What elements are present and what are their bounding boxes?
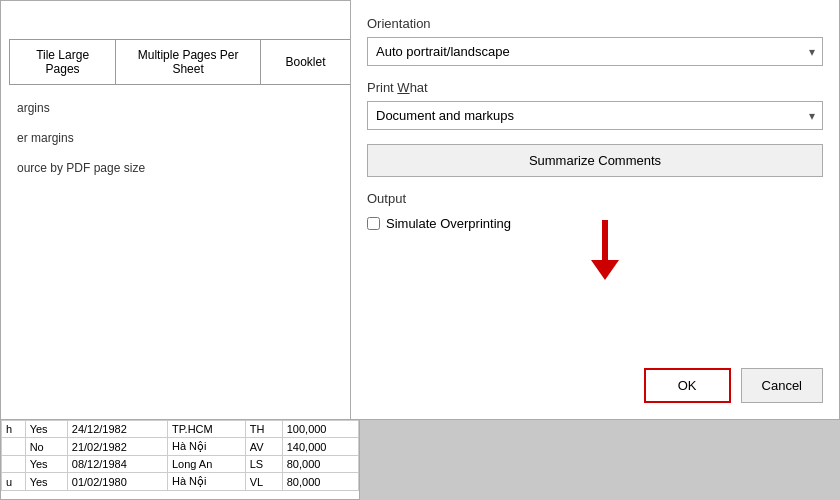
- table-cell: 08/12/1984: [67, 456, 167, 473]
- summarize-comments-button[interactable]: Summarize Comments: [367, 144, 823, 177]
- right-panel: Orientation Auto portrait/landscape ▾ Pr…: [350, 0, 840, 420]
- table-cell: TP.HCM: [167, 421, 245, 438]
- summarize-group: Summarize Comments: [367, 144, 823, 177]
- simulate-overprinting-checkbox[interactable]: [367, 217, 380, 230]
- table-cell: Hà Nội: [167, 438, 245, 456]
- table-cell: Yes: [25, 473, 67, 491]
- table-cell: Yes: [25, 456, 67, 473]
- table-cell: 100,000: [282, 421, 358, 438]
- table-cell: AV: [245, 438, 282, 456]
- orientation-label: Orientation: [367, 16, 823, 31]
- table-cell: VL: [245, 473, 282, 491]
- table-cell: 24/12/1982: [67, 421, 167, 438]
- table-row: Yes08/12/1984Long AnLS80,000: [2, 456, 359, 473]
- dialog-buttons: OK Cancel: [644, 368, 823, 403]
- booklet-button[interactable]: Booklet: [261, 39, 351, 85]
- left-panel: Tile Large Pages Multiple Pages Per Shee…: [0, 0, 360, 420]
- orientation-dropdown-wrapper: Auto portrait/landscape ▾: [367, 37, 823, 66]
- table-cell: 140,000: [282, 438, 358, 456]
- output-section: Output Simulate Overprinting: [367, 191, 823, 231]
- margins-label: argins: [1, 93, 359, 123]
- table-cell: 80,000: [282, 456, 358, 473]
- table-row: No21/02/1982Hà NộiAV140,000: [2, 438, 359, 456]
- table-cell: 21/02/1982: [67, 438, 167, 456]
- simulate-overprinting-label: Simulate Overprinting: [386, 216, 511, 231]
- print-what-select[interactable]: Document and markups: [367, 101, 823, 130]
- table-cell: Long An: [167, 456, 245, 473]
- cancel-button[interactable]: Cancel: [741, 368, 823, 403]
- orientation-select[interactable]: Auto portrait/landscape: [367, 37, 823, 66]
- table-cell: No: [25, 438, 67, 456]
- simulate-overprinting-row: Simulate Overprinting: [367, 216, 823, 231]
- table-cell: 80,000: [282, 473, 358, 491]
- print-what-group: Print What Document and markups ▾: [367, 80, 823, 130]
- table-cell: h: [2, 421, 26, 438]
- table-cell: TH: [245, 421, 282, 438]
- table-cell: Yes: [25, 421, 67, 438]
- data-table: hYes24/12/1982TP.HCMTH100,000No21/02/198…: [1, 420, 359, 491]
- table-cell: Hà Nội: [167, 473, 245, 491]
- er-margins-label: er margins: [1, 123, 359, 153]
- arrow-head: [591, 260, 619, 280]
- orientation-group: Orientation Auto portrait/landscape ▾: [367, 16, 823, 66]
- table-cell: [2, 438, 26, 456]
- table-cell: LS: [245, 456, 282, 473]
- ok-button[interactable]: OK: [644, 368, 731, 403]
- source-text-label: ource by PDF page size: [1, 153, 359, 183]
- table-cell: 01/02/1980: [67, 473, 167, 491]
- print-what-label: Print What: [367, 80, 823, 95]
- page-layout-buttons: Tile Large Pages Multiple Pages Per Shee…: [1, 31, 359, 93]
- tile-large-pages-button[interactable]: Tile Large Pages: [9, 39, 116, 85]
- output-label: Output: [367, 191, 823, 206]
- data-table-container: hYes24/12/1982TP.HCMTH100,000No21/02/198…: [0, 420, 360, 500]
- gray-bottom-area: [360, 420, 840, 500]
- print-what-dropdown-wrapper: Document and markups ▾: [367, 101, 823, 130]
- multiple-pages-button[interactable]: Multiple Pages Per Sheet: [116, 39, 261, 85]
- table-cell: [2, 456, 26, 473]
- table-row: uYes01/02/1980Hà NộiVL80,000: [2, 473, 359, 491]
- table-row: hYes24/12/1982TP.HCMTH100,000: [2, 421, 359, 438]
- table-cell: u: [2, 473, 26, 491]
